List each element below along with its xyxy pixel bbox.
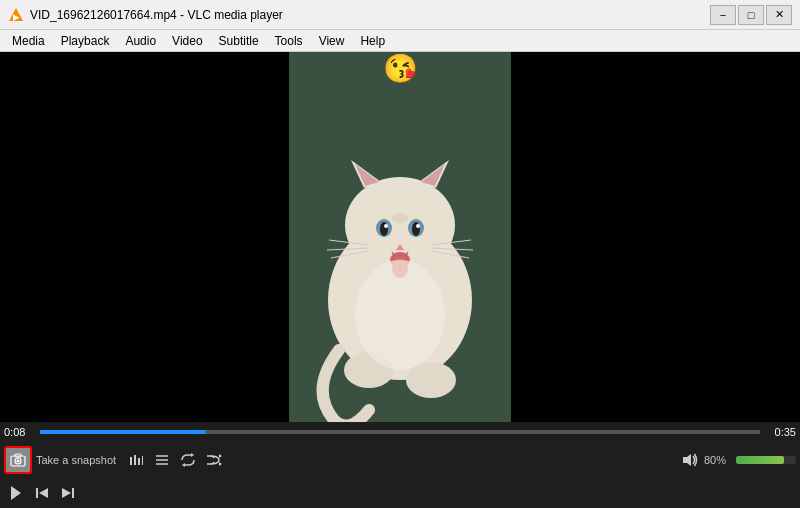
right-controls: 80% bbox=[680, 448, 796, 472]
play-icon bbox=[8, 485, 24, 501]
svg-marker-51 bbox=[62, 488, 71, 498]
svg-rect-34 bbox=[134, 455, 136, 465]
step-backward-icon bbox=[35, 486, 49, 500]
volume-label: 80% bbox=[704, 454, 732, 466]
svg-marker-46 bbox=[683, 454, 691, 466]
equalizer-icon bbox=[129, 453, 143, 467]
volume-bar[interactable] bbox=[736, 456, 796, 464]
svg-rect-35 bbox=[138, 458, 140, 465]
vlc-icon: ▶ bbox=[8, 7, 24, 23]
svg-point-32 bbox=[17, 460, 20, 463]
tracklist-icon bbox=[155, 454, 169, 466]
title-bar: ▶ VID_16962126017664.mp4 - VLC media pla… bbox=[0, 0, 800, 30]
svg-rect-36 bbox=[142, 456, 143, 465]
snapshot-label: Take a snapshot bbox=[36, 454, 116, 466]
volume-icon bbox=[682, 453, 698, 467]
menu-audio[interactable]: Audio bbox=[117, 30, 164, 51]
svg-marker-41 bbox=[182, 463, 185, 467]
snapshot-button[interactable] bbox=[4, 446, 32, 474]
svg-marker-47 bbox=[11, 486, 21, 500]
step-forward-icon bbox=[61, 486, 75, 500]
svg-marker-45 bbox=[219, 462, 222, 466]
menu-playback[interactable]: Playback bbox=[53, 30, 118, 51]
menu-view[interactable]: View bbox=[311, 30, 353, 51]
loop-button[interactable] bbox=[176, 448, 200, 472]
seek-bar-area: 0:08 0:35 bbox=[0, 422, 800, 442]
svg-rect-48 bbox=[36, 488, 38, 498]
equalizer-button[interactable] bbox=[124, 448, 148, 472]
play-button[interactable] bbox=[4, 481, 28, 505]
emoji-overlay: 😘 bbox=[383, 52, 418, 85]
step-backward-button[interactable] bbox=[30, 481, 54, 505]
svg-point-11 bbox=[380, 222, 388, 236]
svg-point-28 bbox=[392, 213, 408, 223]
svg-marker-49 bbox=[39, 488, 48, 498]
loop-icon bbox=[180, 453, 196, 467]
minimize-button[interactable]: − bbox=[710, 5, 736, 25]
video-frame: 😘 bbox=[289, 52, 511, 422]
volume-button[interactable] bbox=[680, 448, 700, 472]
svg-rect-33 bbox=[130, 457, 132, 465]
menu-video[interactable]: Video bbox=[164, 30, 210, 51]
maximize-button[interactable]: □ bbox=[738, 5, 764, 25]
seek-progress bbox=[40, 430, 206, 434]
menu-media[interactable]: Media bbox=[4, 30, 53, 51]
shuffle-icon bbox=[206, 453, 222, 467]
camera-icon bbox=[10, 453, 26, 467]
time-total: 0:35 bbox=[764, 426, 796, 438]
svg-point-13 bbox=[384, 224, 388, 228]
shuffle-button[interactable] bbox=[202, 448, 226, 472]
time-current: 0:08 bbox=[4, 426, 36, 438]
svg-point-14 bbox=[416, 224, 420, 228]
window-controls: − □ ✕ bbox=[710, 5, 792, 25]
svg-point-27 bbox=[355, 260, 445, 370]
bottom-controls bbox=[0, 478, 800, 508]
svg-marker-44 bbox=[219, 454, 222, 458]
volume-area: 80% bbox=[680, 448, 796, 472]
menu-subtitle[interactable]: Subtitle bbox=[211, 30, 267, 51]
volume-bar-fill bbox=[736, 456, 784, 464]
window-title: VID_16962126017664.mp4 - VLC media playe… bbox=[30, 8, 710, 22]
video-area: 😘 bbox=[0, 52, 800, 422]
svg-marker-40 bbox=[191, 453, 194, 457]
menu-help[interactable]: Help bbox=[352, 30, 393, 51]
cat-video bbox=[289, 52, 511, 422]
menu-bar: Media Playback Audio Video Subtitle Tool… bbox=[0, 30, 800, 52]
close-button[interactable]: ✕ bbox=[766, 5, 792, 25]
seek-bar[interactable] bbox=[40, 430, 760, 434]
step-forward-button[interactable] bbox=[56, 481, 80, 505]
svg-rect-50 bbox=[72, 488, 74, 498]
svg-point-12 bbox=[412, 222, 420, 236]
svg-text:▶: ▶ bbox=[13, 13, 20, 22]
menu-tools[interactable]: Tools bbox=[267, 30, 311, 51]
controls-bar: Take a snapshot bbox=[0, 442, 800, 478]
tracklist-button[interactable] bbox=[150, 448, 174, 472]
